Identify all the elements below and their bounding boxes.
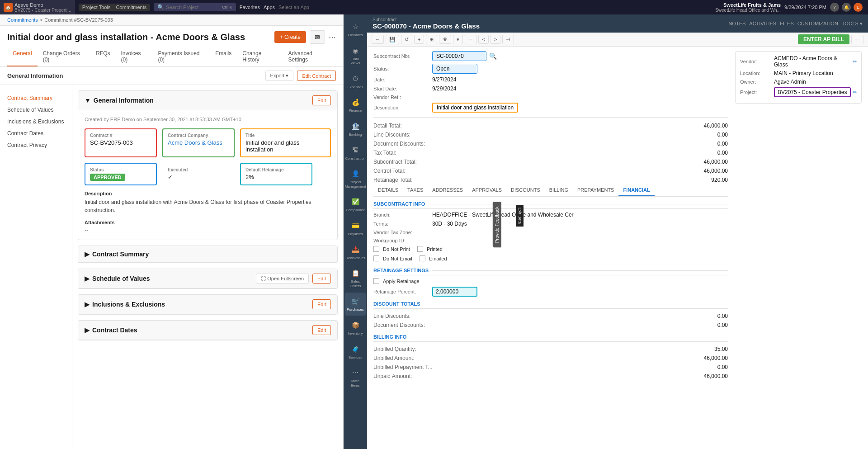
workgroup-label: Workgroup ID: — [373, 238, 432, 243]
create-button[interactable]: + Create — [274, 31, 306, 43]
nav-prev-btn[interactable]: < — [478, 35, 488, 44]
more-button[interactable]: ⋯ — [329, 33, 336, 42]
bell-icon[interactable]: 🔔 — [842, 3, 851, 12]
tab-addresses[interactable]: ADDRESSES — [428, 184, 467, 196]
search-input[interactable] — [166, 5, 220, 10]
sidebar-item-services[interactable]: 🧳 Services — [345, 340, 366, 364]
edit-sov-button[interactable]: Edit — [312, 274, 331, 284]
detail-total-label: Detail Total: — [373, 123, 401, 129]
sidebar-item-project-mgmt[interactable]: 👤 Project Management — [345, 165, 366, 192]
favorites-btn[interactable]: Favorites — [240, 5, 260, 10]
tab-taxes[interactable]: TAXES — [403, 184, 428, 196]
nav-dropdown-btn[interactable]: ▾ — [453, 35, 463, 44]
tab-approvals[interactable]: APPROVALS — [467, 184, 506, 196]
edit-inclusions-button[interactable]: Edit — [312, 299, 331, 309]
project-edit-icon[interactable]: ✏ — [853, 90, 857, 95]
home-icon[interactable]: 🏠 — [4, 3, 13, 12]
apply-retainage-checkbox[interactable] — [373, 278, 379, 284]
tools-tab-header[interactable]: TOOLS ▾ — [842, 21, 863, 27]
sidebar-item-banking[interactable]: 🏦 Banking — [345, 118, 366, 141]
edit-contract-button[interactable]: Edit Contract — [297, 71, 336, 81]
do-not-email-checkbox[interactable] — [373, 255, 379, 261]
section-header-general[interactable]: ▼ General Information Edit — [78, 91, 337, 110]
tab-change-history[interactable]: Change History — [237, 47, 283, 66]
sidebar-item-construction[interactable]: 🏗 Construction — [345, 142, 366, 165]
tab-billing[interactable]: BILLING — [545, 184, 573, 196]
sidebar-item-sales-orders[interactable]: 📋 Sales Orders — [345, 265, 366, 292]
user-avatar[interactable]: E — [854, 3, 863, 12]
sidebar-item-compliance[interactable]: ✅ Compliance — [345, 193, 366, 216]
enter-ap-bill-button[interactable]: ENTER AP BILL — [798, 34, 849, 44]
tab-advanced-settings[interactable]: Advanced Settings — [283, 47, 336, 66]
tab-prepayments[interactable]: PREPAYMENTS — [573, 184, 619, 196]
email-button[interactable]: ✉ — [310, 30, 325, 44]
project-tools[interactable]: Project Tools Commitments — [79, 4, 151, 11]
header-actions: + Create ✉ ⋯ — [274, 30, 336, 44]
add-btn[interactable]: + — [414, 35, 424, 44]
nav-next-btn[interactable]: > — [491, 35, 500, 44]
search-nbr-icon[interactable]: 🔍 — [489, 52, 497, 60]
edit-general-button[interactable]: Edit — [312, 95, 331, 105]
tab-rfqs[interactable]: RFQs — [90, 47, 115, 66]
do-not-print-checkbox[interactable] — [373, 246, 379, 252]
sidebar-item-more[interactable]: ⋯ More Items — [345, 364, 366, 391]
contract-number-box: Contract # SC-BV2075-003 — [85, 128, 157, 157]
files-tab-header[interactable]: FILES — [780, 21, 794, 26]
view-btn[interactable]: 👁 — [439, 35, 451, 44]
more-actions-btn[interactable]: ⋯ — [851, 35, 863, 44]
sidebar-item-privacy[interactable]: Contract Privacy — [0, 139, 72, 151]
tab-details[interactable]: DETAILS — [373, 184, 403, 196]
tab-emails[interactable]: Emails — [210, 47, 237, 66]
contract-company-link[interactable]: Acme Doors & Glass — [168, 139, 222, 146]
subcontract-nbr-input[interactable] — [432, 51, 486, 61]
tab-change-orders[interactable]: Change Orders (0) — [38, 47, 90, 66]
sidebar-item-receivables[interactable]: 📥 Receivables — [345, 241, 366, 264]
status-input[interactable] — [432, 64, 477, 74]
nav-first-btn[interactable]: ⊢ — [465, 35, 476, 44]
emailed-checkbox[interactable] — [420, 255, 425, 261]
nav-last-btn[interactable]: ⊣ — [502, 35, 514, 44]
sidebar-item-expenses[interactable]: ⏱ Expenses — [345, 70, 366, 93]
vendor-edit-icon[interactable]: ✏ — [853, 59, 857, 65]
section-header-summary[interactable]: ▶ Contract Summary — [78, 246, 337, 263]
tab-invoices[interactable]: Invoices (0) — [116, 47, 153, 66]
sidebar-item-data-views[interactable]: ◉ Data Views — [345, 42, 366, 69]
section-header-inclusions[interactable]: ▶ Inclusions & Exclusions Edit — [78, 295, 337, 314]
sidebar-item-schedule[interactable]: Schedule of Values — [0, 104, 72, 116]
help-icon[interactable]: ? — [830, 3, 839, 12]
copy-btn[interactable]: ⊞ — [426, 35, 437, 44]
provide-feedback-tab[interactable]: Provide Feedback — [493, 202, 501, 247]
sidebar-item-inclusions[interactable]: Inclusions & Exclusions — [0, 116, 72, 128]
search-bar[interactable]: 🔍 Ctrl K — [154, 3, 236, 11]
sidebar-item-contract-summary[interactable]: Contract Summary — [0, 92, 72, 104]
activities-tab-header[interactable]: ACTIVITIES — [749, 21, 776, 26]
export-button[interactable]: Export ▾ — [265, 71, 294, 81]
printed-checkbox[interactable] — [417, 246, 423, 252]
sidebar-item-inventory[interactable]: 📦 Inventory — [345, 317, 366, 340]
sidebar-item-dates[interactable]: Contract Dates — [0, 128, 72, 139]
section-header-dates[interactable]: ▶ Contract Dates Edit — [78, 321, 337, 340]
section-header-sov[interactable]: ▶ Schedule of Values ⛶ Open Fullscreen E… — [78, 269, 337, 288]
tab-general[interactable]: General — [7, 47, 38, 66]
breadcrumb-commitments[interactable]: Commitments — [7, 17, 38, 23]
sidebar-item-purchases[interactable]: 🛒 Purchases — [345, 293, 366, 316]
select-app[interactable]: Select an App — [278, 5, 309, 10]
open-fullscreen-button[interactable]: ⛶ Open Fullscreen — [256, 274, 309, 284]
disc-line-value: 0.00 — [692, 313, 728, 319]
save-btn[interactable]: 💾 — [386, 35, 399, 44]
exit-beta-tab[interactable]: Exit Beta — [516, 205, 524, 227]
undo-btn[interactable]: ↺ — [401, 35, 412, 44]
notes-tab-header[interactable]: NOTES — [728, 21, 745, 26]
tab-discounts[interactable]: DISCOUNTS — [506, 184, 545, 196]
company-name: SweetLife Fruits & Jams — [715, 2, 781, 8]
tab-payments[interactable]: Payments Issued (0) — [152, 47, 210, 66]
retainage-percent-input[interactable] — [432, 287, 477, 297]
tab-financial[interactable]: FINANCIAL — [618, 184, 654, 196]
sidebar-item-payables[interactable]: 💳 Payables — [345, 217, 366, 240]
apps-btn[interactable]: Apps — [264, 5, 275, 10]
back-btn[interactable]: ← — [372, 35, 384, 44]
edit-dates-button[interactable]: Edit — [312, 325, 331, 335]
sidebar-item-finance[interactable]: 💰 Finance — [345, 94, 366, 117]
sidebar-item-favorites[interactable]: ☆ Favorites — [345, 18, 366, 41]
customization-tab-header[interactable]: CUSTOMIZATION — [797, 21, 838, 26]
